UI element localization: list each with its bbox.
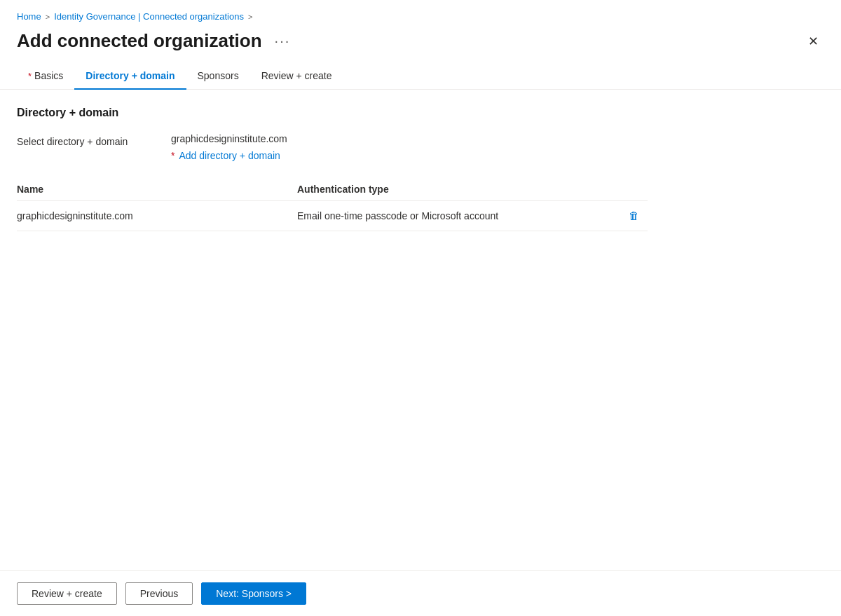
form-label-directory: Select directory + domain — [17, 133, 171, 147]
row-name: graphicdesigninstitute.com — [17, 210, 297, 221]
col-header-name: Name — [17, 184, 297, 195]
tab-review-create-label: Review + create — [261, 70, 332, 81]
directory-table: Name Authentication type graphicdesignin… — [17, 178, 648, 231]
delete-row-button[interactable] — [624, 208, 643, 223]
breadcrumb-sep-1: > — [46, 13, 50, 21]
form-value-col: graphicdesigninstitute.com * Add directo… — [171, 133, 287, 161]
col-header-action — [620, 184, 648, 195]
add-link-asterisk: * — [171, 150, 175, 161]
form-row-directory: Select directory + domain graphicdesigni… — [17, 133, 824, 161]
breadcrumb-sep-2: > — [248, 13, 252, 21]
row-auth: Email one-time passcode or Microsoft acc… — [297, 210, 620, 221]
tab-basics-asterisk: * — [28, 71, 32, 81]
tab-sponsors[interactable]: Sponsors — [186, 63, 250, 90]
tab-sponsors-label: Sponsors — [198, 70, 239, 81]
more-options-button[interactable]: ··· — [271, 32, 295, 50]
tab-basics[interactable]: * Basics — [17, 63, 74, 90]
tab-review-create[interactable]: Review + create — [250, 63, 343, 90]
form-value-directory: graphicdesigninstitute.com — [171, 133, 287, 144]
tab-directory-domain[interactable]: Directory + domain — [74, 63, 186, 90]
tab-directory-domain-label: Directory + domain — [86, 70, 175, 81]
page-title: Add connected organization — [17, 30, 262, 52]
footer: Review + create Previous Next: Sponsors … — [0, 570, 841, 616]
add-link-label: Add directory + domain — [179, 150, 280, 161]
breadcrumb-governance[interactable]: Identity Governance | Connected organiza… — [54, 11, 244, 22]
next-button[interactable]: Next: Sponsors > — [201, 582, 306, 605]
breadcrumb: Home > Identity Governance | Connected o… — [0, 0, 841, 27]
breadcrumb-home[interactable]: Home — [17, 11, 41, 22]
tabs-container: * Basics Directory + domain Sponsors Rev… — [0, 63, 841, 90]
main-content: Directory + domain Select directory + do… — [0, 90, 841, 248]
page-header: Add connected organization ··· ✕ — [0, 27, 841, 63]
section-title: Directory + domain — [17, 107, 824, 119]
tab-basics-label: Basics — [34, 70, 63, 81]
table-header: Name Authentication type — [17, 178, 648, 201]
close-button[interactable]: ✕ — [802, 31, 824, 52]
page-header-left: Add connected organization ··· — [17, 30, 294, 52]
review-create-button[interactable]: Review + create — [17, 582, 117, 605]
previous-button[interactable]: Previous — [125, 582, 193, 605]
add-directory-link[interactable]: * Add directory + domain — [171, 150, 287, 161]
table-row: graphicdesigninstitute.com Email one-tim… — [17, 201, 648, 231]
row-action — [620, 210, 648, 222]
col-header-auth: Authentication type — [297, 184, 620, 195]
